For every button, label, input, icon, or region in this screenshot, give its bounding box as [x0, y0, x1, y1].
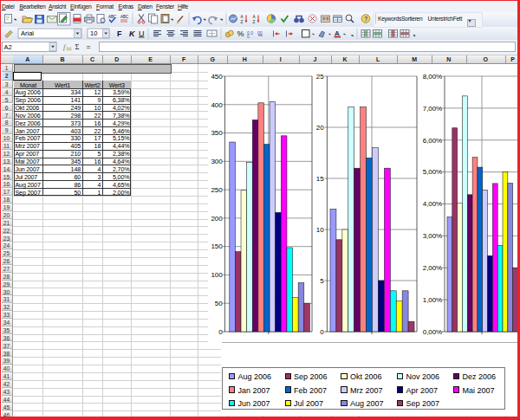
svg-text:A2: A2: [4, 43, 12, 51]
svg-text:150: 150: [211, 242, 223, 250]
svg-text:0.: 0.: [247, 34, 250, 39]
svg-text:%: %: [237, 29, 244, 38]
svg-text:7,00%: 7,00%: [423, 105, 442, 113]
svg-text:A: A: [241, 15, 244, 19]
svg-text:5: 5: [320, 277, 324, 285]
svg-text:A: A: [253, 15, 257, 19]
svg-text:K: K: [129, 29, 136, 38]
svg-text:?: ?: [364, 16, 367, 22]
svg-text:0: 0: [218, 328, 223, 336]
svg-text:400: 400: [211, 101, 223, 109]
svg-text:20: 20: [316, 124, 324, 132]
svg-text:U: U: [139, 29, 145, 38]
svg-text:ABC: ABC: [108, 15, 117, 19]
svg-text:50: 50: [215, 300, 223, 307]
svg-text:450: 450: [211, 73, 223, 81]
svg-text:1,00%: 1,00%: [423, 296, 442, 304]
svg-text:Arial: Arial: [21, 29, 34, 37]
svg-text:25: 25: [316, 73, 324, 81]
svg-text:2,00%: 2,00%: [423, 264, 442, 272]
svg-text:Σ: Σ: [75, 42, 80, 51]
svg-text:6,00%: 6,00%: [423, 137, 442, 145]
svg-text:15: 15: [316, 175, 324, 183]
svg-text:0: 0: [320, 328, 324, 336]
svg-text:0,00%: 0,00%: [423, 328, 442, 336]
svg-text:=: =: [87, 42, 91, 51]
svg-text:F: F: [117, 29, 122, 38]
svg-text:Z: Z: [241, 20, 244, 24]
svg-text:4,00%: 4,00%: [423, 200, 442, 208]
svg-text:8,00%: 8,00%: [423, 73, 442, 81]
svg-text:10: 10: [90, 29, 97, 37]
svg-text:3,00%: 3,00%: [423, 232, 442, 240]
svg-text:(x): (x): [67, 46, 72, 51]
svg-text:Z: Z: [253, 20, 256, 24]
svg-text:250: 250: [211, 186, 223, 194]
svg-text:200: 200: [211, 215, 223, 223]
svg-text:A: A: [335, 29, 340, 37]
svg-text:350: 350: [211, 129, 223, 137]
svg-text:00: 00: [257, 30, 263, 36]
svg-text:5,00%: 5,00%: [423, 168, 442, 176]
svg-text:ABC: ABC: [120, 15, 129, 19]
svg-text:10: 10: [316, 226, 324, 234]
svg-text:100: 100: [211, 271, 223, 279]
svg-text:300: 300: [211, 158, 223, 165]
